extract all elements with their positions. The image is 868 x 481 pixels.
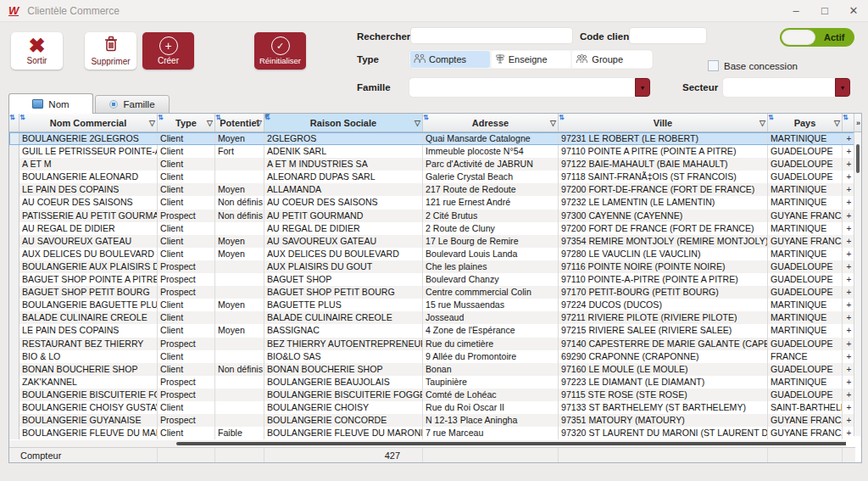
table-row[interactable]: AU COEUR DES SAISONSClientNon définisAU … (9, 196, 855, 209)
table-row[interactable]: GUIL LE PETRISSEUR POINTE-A-PITREClientF… (9, 145, 855, 158)
table-row[interactable]: BOULANGERIE ALEONARDClientALEONARD DUPAS… (9, 171, 855, 183)
actif-toggle[interactable]: Actif (780, 28, 854, 47)
table-row[interactable]: BOULANGERIE AUX PLAISIRS DU GOUTProspect… (9, 260, 855, 273)
cell-pays: GUYANE FRANCAISE (768, 210, 843, 222)
supprimer-button[interactable]: Supprimer (85, 32, 136, 70)
maximize-icon[interactable]: □ (810, 0, 839, 22)
famille-label: Famille (357, 82, 391, 92)
table-row[interactable]: LE PAIN DES COPAINSClientMoyenBASSIGNAC4… (9, 324, 855, 337)
footer-cell (423, 448, 559, 462)
filter-icon[interactable]: ▽ (415, 119, 420, 127)
horizontal-scrollbar[interactable] (9, 440, 861, 447)
table-row[interactable]: BOULANGERIE GUYANAISEProspectBOULANGERIE… (9, 414, 855, 427)
table-row[interactable]: BOULANGERIE FLEUVE DU MARONIClientFaible… (9, 427, 855, 439)
check-circle-icon: ✓ (271, 36, 290, 55)
cell-potentiel (215, 350, 264, 363)
tab-famille[interactable]: Famille (95, 95, 170, 114)
cell-raison-sociale: BOULANGERIE CHOISY (264, 401, 423, 414)
filter-icon[interactable]: ▽ (834, 119, 840, 127)
table-row[interactable]: BALADE CULINAIRE CREOLEClientBALADE CULI… (9, 311, 855, 324)
famille-dropdown[interactable]: ▼ (409, 78, 650, 97)
cell-ville: 97200 FORT DE FRANCE (FORT DE FRANCE) (559, 222, 768, 235)
cell-pays: MARTINIQUE (768, 324, 843, 337)
expand-all-icon[interactable]: » (856, 119, 860, 127)
table-row[interactable]: BOULANGERIE BAGUETTE PLUSClientMoyenBAGU… (9, 299, 855, 311)
cell-pays: MARTINIQUE (768, 311, 843, 324)
cell-pays: GUADELOUPE (768, 171, 843, 183)
table-row[interactable]: BOULANGERIE 2GLEGROSClientMoyen2GLEGROSQ… (9, 132, 855, 145)
secteur-dropdown-arrow-icon[interactable]: ▼ (835, 78, 850, 97)
table-row[interactable]: ZAK'KANNELProspectBOULANGERIE BEAUJOLAIS… (9, 376, 855, 389)
cell-type: Client (158, 363, 215, 376)
table-row[interactable]: PATISSERIE AU PETIT GOURMANDProspectNon … (9, 210, 855, 222)
filter-icon[interactable]: ▽ (149, 119, 155, 127)
row-count: 427 (264, 448, 423, 462)
code-client-input[interactable] (629, 27, 707, 44)
base-concession-checkbox[interactable] (708, 60, 719, 71)
filter-icon[interactable]: ▽ (550, 119, 556, 127)
row-gutter (9, 145, 19, 158)
table-row[interactable]: AU SAVOUREUX GATEAUClientMoyenAU SAVOURE… (9, 235, 855, 248)
cell-type: Client (158, 311, 215, 324)
sort-icon: ⇅ (768, 115, 774, 121)
column-header-raison-sociale[interactable]: ◤⇅Raison Sociale▽ (264, 114, 423, 131)
table-row[interactable]: BOULANGERIE CHOISY GUSTAVIAClientBOULANG… (9, 401, 855, 414)
sortir-button[interactable]: ✖ Sortir (11, 32, 63, 70)
type-option-comptes[interactable]: Comptes (410, 51, 490, 68)
cell-nom-commercial: LE PAIN DES COPAINS (19, 183, 158, 196)
base-concession-label: Base concession (724, 61, 798, 71)
filter-icon[interactable]: ▽ (760, 119, 765, 127)
famille-dropdown-arrow-icon[interactable]: ▼ (635, 78, 650, 97)
column-header-ville[interactable]: ⇅Ville▽ (559, 114, 768, 131)
cell-type: Prospect (158, 389, 215, 401)
minimize-icon[interactable]: – (782, 0, 810, 22)
tab-nom[interactable]: Nom (8, 93, 93, 114)
cell-raison-sociale: BAGUETTE PLUS (264, 299, 423, 311)
vertical-scrollbar-thumb[interactable] (856, 144, 860, 173)
cell-pays: GUADELOUPE (768, 389, 843, 401)
filter-icon[interactable]: ▽ (207, 119, 213, 127)
type-option-groupe[interactable]: Groupe (572, 51, 652, 68)
table-row[interactable]: AU REGAL DE DIDIERClientAU REGAL DE DIDI… (9, 222, 855, 235)
reinitialiser-button[interactable]: ✓ Réinitialiser (254, 32, 306, 70)
table-row[interactable]: BIO & LOClientBIO&LO SAS9 Allée du Promo… (9, 350, 855, 363)
table-row[interactable]: A ET MClientA ET M INDUSTRIES SAParc d'A… (9, 158, 855, 171)
cell-ville: 97211 RIVIERE PILOTE (RIVIERE PILOTE) (559, 311, 768, 324)
table-row[interactable]: BONAN BOUCHERIE SHOPClientNon définisBON… (9, 363, 855, 376)
cell-potentiel: Non définis (215, 196, 264, 209)
cell-raison-sociale: AU COEUR DES SAISONS (264, 196, 423, 209)
table-row[interactable]: RESTAURANT BEZ THIERRYProspectBEZ THIERR… (9, 338, 855, 350)
row-gutter (9, 222, 19, 235)
table-row[interactable]: BAGUET SHOP PETIT BOURGProspectBAGUET SH… (9, 286, 855, 299)
cell-potentiel (215, 389, 264, 401)
column-header-label: Type (175, 118, 197, 128)
type-option-enseigne[interactable]: Enseigne (492, 51, 571, 68)
column-header-pays[interactable]: ⇅Pays▽ (768, 114, 843, 131)
table-row[interactable]: AUX DELICES DU BOULEVARDClientMoyenAUX D… (9, 248, 855, 260)
vertical-scrollbar[interactable] (854, 132, 861, 447)
filter-icon[interactable]: ▽ (256, 119, 262, 127)
column-header-nom-commercial[interactable]: ⇅Nom Commercial▽ (19, 114, 158, 131)
table-row[interactable]: LE PAIN DES COPAINSClientMoyenALLAMANDA2… (9, 183, 855, 196)
column-header-adresse[interactable]: ⇅Adresse▽ (423, 114, 559, 131)
column-header-type[interactable]: ⇅Type▽ (158, 114, 215, 131)
table-row[interactable]: BOULANGERIE BISCUITERIE FOGGEAProspectBO… (9, 389, 855, 401)
creer-button[interactable]: + Créer (142, 32, 194, 70)
cell-pays: MARTINIQUE (768, 183, 843, 196)
table-row[interactable]: BAGUET SHOP POINTE A PITREProspectBAGUET… (9, 273, 855, 286)
cell-pays: GUADELOUPE (768, 338, 843, 350)
cell-ville: 97231 LE ROBERT (LE ROBERT) (559, 132, 768, 145)
cell-raison-sociale: BONAN BOUCHERIE SHOP (264, 363, 423, 376)
close-icon[interactable]: ✕ (839, 0, 868, 22)
column-header-potentiel[interactable]: ⇅Potentiel▽ (215, 114, 264, 131)
cell-potentiel (215, 171, 264, 183)
cell-adresse: N 12-13 Place Aningha (423, 414, 559, 427)
cell-raison-sociale: ALLAMANDA (264, 183, 423, 196)
row-gutter (9, 363, 19, 376)
cell-nom-commercial: LE PAIN DES COPAINS (19, 324, 158, 337)
cell-pays: MARTINIQUE (768, 196, 843, 209)
horizontal-scrollbar-thumb[interactable] (176, 442, 854, 445)
secteur-dropdown[interactable]: ▼ (723, 78, 850, 97)
rechercher-input[interactable] (410, 27, 573, 44)
cell-type: Client (158, 324, 215, 337)
